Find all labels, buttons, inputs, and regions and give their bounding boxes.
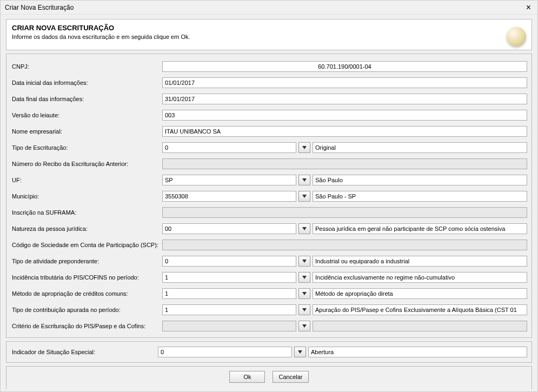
label-atividade: Tipo de atividade preponderante: <box>11 258 162 264</box>
incidencia-dropdown[interactable] <box>298 272 310 283</box>
label-suframa: Inscrição na SUFRAMA: <box>11 209 162 216</box>
natureza-desc: Pessoa jurídica em geral não participant… <box>313 223 527 234</box>
label-criterio: Critério de Escrituração do PIS/Pasep e … <box>11 323 162 329</box>
chevron-down-icon <box>302 260 307 263</box>
criterio-dropdown[interactable] <box>298 321 310 331</box>
sped-logo-icon <box>507 27 526 46</box>
label-data-final: Data final das informações: <box>11 96 162 102</box>
label-uf: UF: <box>11 177 162 183</box>
atividade-desc: Industrial ou equiparado a industrial <box>313 256 527 267</box>
label-cnpj: CNPJ: <box>11 63 162 70</box>
label-metodo: Método de apropriação de créditos comuns… <box>11 290 162 297</box>
situacao-panel: Indicador de Situação Especial: Abertura <box>6 341 532 363</box>
chevron-down-icon <box>302 178 307 182</box>
municipio-code[interactable] <box>162 191 296 202</box>
window-title: Criar Nova Escrituração <box>5 4 74 11</box>
tipo-escrituracao-dropdown[interactable] <box>298 142 310 153</box>
label-tipo-escrituracao: Tipo de Escrituração: <box>11 144 162 151</box>
incidencia-desc: Incidência exclusivamente no regime não-… <box>313 272 527 283</box>
header-subtitle: Informe os dados da nova escrituração e … <box>12 34 190 40</box>
criterio-code <box>162 321 296 331</box>
label-incidencia: Incidência tributária do PIS/COFINS no p… <box>11 274 162 281</box>
label-numero-recibo: Número do Recibo da Escrituração Anterio… <box>11 161 162 167</box>
criterio-desc <box>313 321 527 331</box>
chevron-down-icon <box>302 292 307 295</box>
suframa-field <box>162 207 527 218</box>
form-panel: CNPJ: 60.701.190/0001-04 Data inicial da… <box>6 54 532 338</box>
nome-empresarial-field[interactable] <box>162 126 527 137</box>
label-data-inicial: Data inicial das informações: <box>11 79 162 86</box>
label-natureza: Natureza da pessoa jurídica: <box>11 225 162 232</box>
label-nome: Nome empresarial: <box>11 128 162 135</box>
tipo-contrib-desc: Apuração do PIS/Pasep e Cofins Exclusiva… <box>313 304 527 315</box>
natureza-code[interactable] <box>162 223 296 234</box>
cnpj-field[interactable]: 60.701.190/0001-04 <box>162 61 527 72</box>
chevron-down-icon <box>302 276 307 279</box>
municipio-dropdown[interactable] <box>298 191 310 202</box>
titlebar: Criar Nova Escrituração × <box>1 1 537 15</box>
versao-field[interactable] <box>162 110 527 121</box>
close-icon[interactable]: × <box>524 3 533 12</box>
chevron-down-icon <box>302 195 307 198</box>
tipo-contrib-code[interactable] <box>162 304 296 315</box>
label-municipio: Município: <box>11 193 162 200</box>
chevron-down-icon <box>302 308 307 311</box>
ok-button[interactable]: Ok <box>229 371 265 383</box>
chevron-down-icon <box>302 146 307 149</box>
label-situacao: Indicador de Situação Especial: <box>11 349 158 355</box>
metodo-desc: Método de apropriação direta <box>313 288 527 299</box>
data-inicial-field[interactable] <box>162 77 527 88</box>
numero-recibo-field <box>162 158 527 169</box>
municipio-desc: São Paulo - SP <box>313 191 527 202</box>
situacao-code[interactable] <box>158 347 292 357</box>
button-bar: Ok Cancelar <box>6 366 532 389</box>
tipo-escrituracao-desc: Original <box>313 142 527 153</box>
label-versao: Versão do leiaute: <box>11 112 162 118</box>
label-tipo-contrib: Tipo de contribuição apurada no período: <box>11 307 162 313</box>
chevron-down-icon <box>302 324 307 328</box>
uf-dropdown[interactable] <box>298 175 310 185</box>
window: Criar Nova Escrituração × CRIAR NOVA ESC… <box>0 0 538 392</box>
atividade-dropdown[interactable] <box>298 256 310 267</box>
header-panel: CRIAR NOVA ESCRITURAÇÃO Informe os dados… <box>6 19 532 50</box>
uf-code[interactable] <box>162 175 296 185</box>
header-title: CRIAR NOVA ESCRITURAÇÃO <box>12 24 526 32</box>
atividade-code[interactable] <box>162 256 296 267</box>
incidencia-code[interactable] <box>162 272 296 283</box>
metodo-dropdown[interactable] <box>298 288 310 299</box>
situacao-desc: Abertura <box>308 347 527 357</box>
metodo-code[interactable] <box>162 288 296 299</box>
situacao-dropdown[interactable] <box>294 347 306 357</box>
chevron-down-icon <box>302 227 307 230</box>
chevron-down-icon <box>298 350 302 354</box>
scp-field <box>162 240 527 250</box>
natureza-dropdown[interactable] <box>298 223 310 234</box>
data-final-field[interactable] <box>162 94 527 104</box>
tipo-contrib-dropdown[interactable] <box>298 304 310 315</box>
cancel-button[interactable]: Cancelar <box>273 371 308 383</box>
tipo-escrituracao-code[interactable] <box>162 142 296 153</box>
label-scp: Código de Sociedade em Conta de Particip… <box>11 242 162 248</box>
uf-desc: São Paulo <box>313 175 527 185</box>
